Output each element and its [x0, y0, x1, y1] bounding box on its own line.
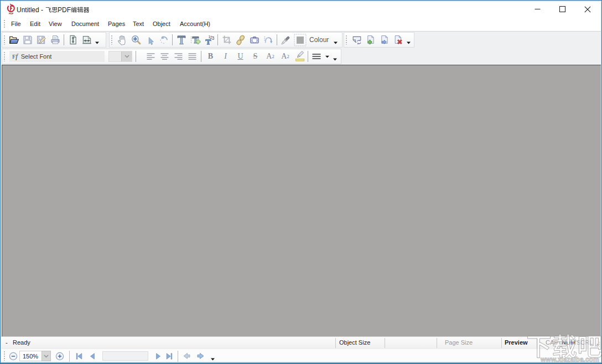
eyedropper-icon	[281, 34, 292, 45]
next-view-button[interactable]	[195, 350, 206, 363]
zoom-dropdown[interactable]	[41, 351, 51, 361]
title-text-pdf: PDF	[58, 6, 71, 14]
menu-file[interactable]: File	[10, 17, 22, 31]
next-page-button[interactable]	[153, 350, 164, 363]
line-style-button[interactable]	[309, 50, 324, 63]
add-text-button[interactable]	[174, 33, 188, 46]
font-select[interactable]: Ff Select Font	[9, 51, 105, 62]
align-right-button[interactable]	[172, 50, 185, 63]
zoom-in-button[interactable]	[53, 350, 66, 363]
zoom-in-icon	[55, 352, 64, 361]
previous-view-button[interactable]	[181, 350, 192, 363]
font-size-dropdown[interactable]	[121, 51, 132, 61]
font-icon: Ff	[12, 52, 18, 61]
menu-account[interactable]: Account(H)	[179, 17, 211, 31]
strikethrough-button[interactable]: S	[248, 50, 263, 63]
toolbar-format: Ff Select Font	[2, 49, 341, 64]
toolbar-format-grip[interactable]	[4, 52, 5, 61]
add-page-number-button[interactable]: 1 2 3	[202, 33, 216, 46]
status-page-size: Page Size	[445, 337, 473, 349]
toolbar-file-grip[interactable]	[4, 35, 5, 45]
minimize-button[interactable]	[525, 1, 550, 17]
align-right-icon	[174, 52, 183, 61]
toolbar-pages-overflow[interactable]	[405, 33, 412, 46]
resize-grip[interactable]	[594, 341, 600, 347]
digit-3: 3	[211, 36, 214, 41]
eyedropper-button[interactable]	[279, 33, 293, 46]
menubar-grip[interactable]	[4, 20, 5, 29]
overflow-arrow-icon	[333, 58, 337, 61]
font-select-value: Select Font	[21, 53, 52, 60]
zoom-tool-button[interactable]	[129, 33, 143, 46]
snapshot-button[interactable]	[247, 33, 261, 46]
colour-button[interactable]: Colour	[293, 33, 330, 46]
zoom-value: 150%	[23, 353, 38, 360]
navbar-overflow[interactable]	[209, 350, 216, 363]
add-text-box-button[interactable]	[188, 33, 202, 46]
delete-page-icon	[393, 34, 404, 45]
rotate-tool-button[interactable]	[157, 33, 170, 46]
insert-page-button[interactable]	[364, 33, 377, 46]
line-style-dropdown[interactable]	[324, 50, 330, 63]
page-number-field[interactable]	[102, 351, 148, 361]
toolbar-tools-grip[interactable]	[111, 35, 112, 45]
link-button[interactable]	[233, 33, 247, 46]
chevron-down-icon	[44, 355, 49, 358]
hand-tool-button[interactable]	[115, 33, 129, 46]
save-button[interactable]	[20, 33, 34, 46]
underline-button[interactable]: U	[233, 50, 248, 63]
titlebar: PDF Untitled - PDF	[1, 2, 601, 17]
subscript-button[interactable]: A2	[278, 50, 293, 63]
save-icon	[22, 34, 33, 45]
select-tool-button[interactable]	[143, 33, 157, 46]
colour-dropdown[interactable]	[332, 33, 339, 46]
align-center-button[interactable]	[158, 50, 172, 63]
close-button[interactable]	[575, 1, 600, 17]
navbar-grip[interactable]	[4, 351, 5, 361]
status-prefix: -	[6, 337, 8, 349]
zoom-out-button[interactable]	[7, 350, 19, 363]
toolbar-file-overflow[interactable]	[94, 33, 100, 46]
maximize-button[interactable]	[550, 1, 575, 17]
menu-document[interactable]: Document	[70, 17, 100, 31]
menu-view[interactable]: View	[48, 17, 63, 31]
status-ready: Ready	[13, 337, 30, 349]
extract-page-button[interactable]	[377, 33, 391, 46]
window-title: Untitled - PDF	[17, 5, 90, 14]
delete-page-button[interactable]	[391, 33, 405, 46]
curve-button[interactable]	[261, 33, 275, 46]
highlight-button[interactable]	[293, 50, 307, 63]
separator	[277, 34, 277, 45]
app-window: PDF Untitled - PDF File Edit View Docume…	[0, 0, 602, 364]
align-left-button[interactable]	[144, 50, 158, 63]
menu-object[interactable]: Object	[152, 17, 172, 31]
crop-button[interactable]	[220, 33, 233, 46]
bold-button[interactable]: B	[203, 50, 218, 63]
toolbar-pages-grip[interactable]	[346, 35, 347, 45]
menu-pages[interactable]: Pages	[107, 17, 126, 31]
zoom-value-box[interactable]: 150%	[19, 351, 41, 361]
menu-edit[interactable]: Edit	[29, 17, 41, 31]
fit-height-button[interactable]	[66, 33, 80, 46]
menu-text[interactable]: Text	[132, 17, 145, 31]
previous-view-icon	[183, 352, 191, 360]
prev-page-button[interactable]	[86, 350, 99, 363]
first-page-button[interactable]	[72, 350, 86, 363]
prev-page-icon	[89, 353, 96, 360]
replace-pages-button[interactable]	[350, 33, 364, 46]
save-as-button[interactable]	[34, 33, 48, 46]
rotate-icon	[158, 34, 169, 45]
last-page-button[interactable]	[164, 350, 175, 363]
superscript-button[interactable]: A2	[263, 50, 278, 63]
italic-button[interactable]: I	[218, 50, 233, 63]
status-scrl: SCRL	[577, 337, 593, 349]
menubar: File Edit View Document Pages Text Objec…	[1, 17, 601, 32]
document-canvas[interactable]	[2, 65, 601, 336]
font-size-select[interactable]	[108, 51, 132, 62]
fit-width-button[interactable]	[80, 33, 94, 46]
print-button[interactable]	[48, 33, 62, 46]
status-separator	[335, 338, 336, 348]
align-justify-button[interactable]	[185, 50, 199, 63]
open-button[interactable]	[7, 33, 20, 46]
toolbar-format-overflow[interactable]	[331, 50, 338, 63]
